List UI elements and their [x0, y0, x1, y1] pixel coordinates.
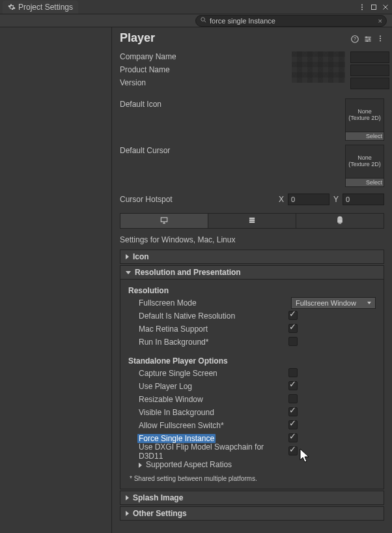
capture-single-label: Capture Single Screen	[128, 369, 285, 378]
window-tab[interactable]: Project Settings	[3, 1, 78, 14]
gear-icon	[8, 3, 16, 11]
page-title: Player	[120, 31, 350, 45]
default-icon-label: Default Icon	[120, 98, 284, 109]
mac-retina-label: Mac Retina Support	[128, 324, 285, 334]
cursor-hotspot-label: Cursor Hotspot	[120, 195, 275, 204]
default-native-checkbox[interactable]	[288, 311, 298, 320]
company-name-label: Company Name	[120, 52, 284, 61]
shared-setting-footnote: * Shared setting between multiple platfo…	[128, 471, 376, 483]
run-bg-label: Run In Background*	[128, 338, 285, 347]
search-clear-icon[interactable]: ×	[378, 17, 382, 25]
settings-sidebar	[0, 27, 112, 533]
allow-fs-switch-checkbox[interactable]	[288, 420, 298, 429]
fullscreen-mode-label: Fullscreen Mode	[128, 298, 285, 308]
force-single-instance-label: Force Single Instance	[137, 434, 216, 443]
fullscreen-mode-value: Fullscreen Window	[296, 299, 356, 307]
platform-tab-server[interactable]	[208, 214, 296, 228]
cursor-hotspot-y-label: Y	[333, 195, 339, 204]
svg-rect-3	[372, 5, 376, 9]
version-label: Version	[120, 78, 284, 87]
foldout-resolution-label: Resolution and Presentation	[135, 268, 241, 277]
use-player-log-checkbox[interactable]	[288, 381, 298, 390]
svg-point-11	[380, 38, 381, 39]
resolution-heading: Resolution	[128, 283, 376, 296]
supported-aspect-ratios[interactable]: Supported Aspect Ratios	[128, 460, 285, 469]
svg-rect-13	[161, 217, 167, 221]
product-name-input[interactable]	[350, 65, 389, 76]
cursor-hotspot-y-input[interactable]	[343, 194, 384, 205]
foldout-splash[interactable]: Splash Image	[120, 491, 384, 505]
default-cursor-select-button[interactable]: Select	[345, 178, 384, 187]
default-icon-slot[interactable]: None (Texture 2D)	[345, 98, 384, 132]
supported-aspect-ratios-label: Supported Aspect Ratios	[146, 460, 232, 469]
cursor-hotspot-row: Cursor Hotspot X Y	[112, 191, 392, 208]
svg-point-8	[369, 38, 370, 39]
chevron-right-icon	[126, 511, 129, 516]
kebab-menu-icon[interactable]	[358, 3, 366, 11]
search-input[interactable]	[210, 17, 376, 25]
foldout-other[interactable]: Other Settings	[120, 506, 384, 521]
default-cursor-label: Default Cursor	[120, 145, 284, 155]
default-icon-select-button[interactable]: Select	[345, 132, 384, 141]
settings-main: Player ? Company Name Product	[112, 27, 392, 533]
platform-subtitle: Settings for Windows, Mac, Linux	[112, 229, 392, 248]
chevron-right-icon	[139, 463, 142, 468]
force-single-instance-checkbox[interactable]	[288, 433, 298, 442]
chevron-right-icon	[126, 254, 129, 259]
window-titlebar: Project Settings	[0, 0, 392, 14]
svg-point-10	[380, 35, 381, 36]
maximize-icon[interactable]	[370, 3, 378, 11]
visible-bg-checkbox[interactable]	[288, 407, 298, 416]
platform-tab-desktop[interactable]	[120, 214, 208, 228]
foldout-resolution[interactable]: Resolution and Presentation	[120, 265, 384, 280]
svg-rect-16	[249, 221, 255, 222]
svg-text:?: ?	[354, 36, 356, 41]
svg-point-9	[367, 40, 368, 41]
capture-single-checkbox[interactable]	[288, 368, 298, 377]
cursor-hotspot-x-input[interactable]	[288, 194, 329, 205]
settings-slider-icon[interactable]	[363, 35, 371, 42]
resizable-checkbox[interactable]	[288, 394, 298, 403]
mac-retina-checkbox[interactable]	[288, 324, 298, 333]
default-icon-row: Default Icon None (Texture 2D) Select	[112, 98, 392, 141]
company-name-input[interactable]	[350, 51, 389, 63]
svg-rect-15	[249, 219, 255, 220]
svg-point-2	[361, 8, 363, 10]
svg-point-1	[361, 7, 363, 8]
default-cursor-slot-type: (Texture 2D)	[348, 162, 381, 168]
svg-point-12	[380, 40, 381, 41]
platform-tabs	[120, 213, 384, 229]
search-icon	[200, 16, 207, 25]
svg-point-0	[361, 4, 363, 5]
default-native-label: Default Is Native Resolution	[128, 311, 285, 321]
svg-point-4	[201, 17, 205, 21]
foldout-other-label: Other Settings	[133, 509, 187, 518]
run-bg-checkbox[interactable]	[288, 337, 298, 346]
platform-tab-android[interactable]	[296, 214, 384, 228]
resizable-label: Resizable Window	[128, 395, 285, 404]
search-input-container: ×	[195, 15, 387, 27]
search-row: ×	[0, 14, 392, 27]
version-input[interactable]	[350, 78, 389, 89]
product-name-label: Product Name	[120, 65, 284, 74]
dxgi-checkbox[interactable]	[288, 446, 298, 455]
default-cursor-row: Default Cursor None (Texture 2D) Select	[112, 145, 392, 187]
foldout-splash-label: Splash Image	[133, 493, 183, 502]
android-icon	[335, 216, 344, 227]
use-player-log-label: Use Player Log	[128, 382, 285, 391]
fullscreen-mode-dropdown[interactable]: Fullscreen Window	[291, 297, 376, 309]
foldout-icon[interactable]: Icon	[120, 250, 384, 264]
kebab-menu-icon[interactable]	[376, 35, 384, 42]
dxgi-label: Use DXGI Flip Model Swapchain for D3D11	[128, 442, 285, 461]
cursor-hotspot-x-label: X	[279, 195, 284, 204]
allow-fs-switch-label: Allow Fullscreen Switch*	[128, 421, 285, 430]
visible-bg-label: Visible In Background	[128, 408, 285, 417]
close-icon[interactable]	[382, 3, 389, 11]
default-cursor-slot[interactable]: None (Texture 2D)	[345, 145, 384, 179]
company-info-preview	[292, 51, 345, 83]
monitor-icon	[160, 216, 169, 227]
svg-point-7	[366, 36, 367, 37]
help-icon[interactable]: ?	[350, 35, 358, 42]
chevron-down-icon	[367, 302, 371, 304]
chevron-down-icon	[126, 271, 131, 274]
